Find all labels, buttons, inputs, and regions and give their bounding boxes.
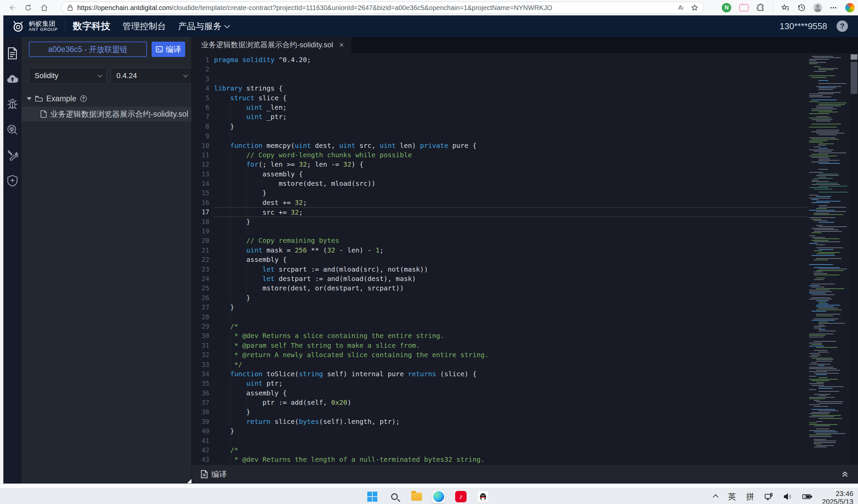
qq-app[interactable] (476, 490, 490, 503)
code-line[interactable]: 36 assembly { (192, 388, 808, 398)
start-button[interactable] (366, 490, 379, 503)
refresh-icon[interactable] (22, 2, 34, 14)
code-line[interactable]: 23 let srcpart := and(mload(src), not(ma… (192, 264, 808, 274)
code-line[interactable]: 42 /* (192, 445, 808, 455)
code-line[interactable]: 10 function memcpy(uint dest, uint src, … (192, 141, 808, 150)
code-line[interactable]: 4library strings { (192, 83, 808, 93)
copilot-icon[interactable] (845, 3, 855, 12)
code-line[interactable]: 24 let destpart := and(mload(dest), mask… (192, 274, 808, 283)
account-phone[interactable]: 130****9558 (779, 21, 827, 32)
back-icon[interactable] (6, 2, 18, 14)
tray-expand-icon[interactable] (713, 494, 718, 500)
code-line[interactable]: 41 (192, 436, 808, 445)
code-line[interactable]: 35 uint ptr; (192, 378, 808, 388)
address-bar[interactable]: https://openchain.antdigital.com/cloudid… (61, 2, 704, 14)
code-line[interactable]: 13 assembly { (192, 169, 808, 179)
cloud-upload-icon[interactable] (6, 72, 19, 85)
scrollbar-thumb-top[interactable] (851, 54, 857, 60)
code-line[interactable]: 17 src += 32; (192, 207, 808, 217)
version-select[interactable]: 0.4.24 (111, 68, 192, 84)
code-line[interactable]: 28 (192, 312, 808, 322)
code-line[interactable]: 43 * @dev Returns the length of a null-t… (192, 455, 808, 464)
code-line[interactable]: 33 */ (192, 360, 808, 369)
code-line[interactable]: 37 ptr := add(self, 0x20) (192, 398, 808, 407)
device-icon[interactable] (764, 492, 773, 501)
code-line[interactable]: 21 uint mask = 256 ** (32 - len) - 1; (192, 245, 808, 255)
extension-n-icon[interactable]: N (722, 3, 731, 12)
upload-icon[interactable] (79, 95, 88, 103)
ime-mode[interactable]: 拼 (746, 491, 754, 502)
expand-panel-icon[interactable] (841, 470, 849, 478)
code-line[interactable]: 40 } (192, 426, 808, 436)
profile-avatar[interactable] (813, 3, 822, 12)
code-line[interactable]: 26 } (192, 293, 808, 303)
code-line[interactable]: 30 * @dev Returns a slice containing the… (192, 331, 808, 340)
antgroup-logo[interactable]: 蚂蚁集团 ANT GROUP (11, 19, 58, 33)
collections-icon[interactable] (781, 4, 789, 12)
code-line[interactable]: 12 for(; len >= 32; len -= 32) { (192, 160, 808, 169)
code-line[interactable]: 20 // Copy remaining bytes (192, 236, 808, 245)
file-explorer[interactable] (410, 490, 423, 503)
browser-menu-dots[interactable]: ••• (830, 5, 837, 11)
history-icon[interactable] (797, 4, 805, 12)
project-selector[interactable]: a00e36c5 - 开放联盟链 (29, 42, 147, 57)
code-line[interactable]: 1pragma solidity ^0.4.20; (192, 55, 808, 64)
code-line[interactable]: 19 (192, 226, 808, 236)
code-line[interactable]: 25 mstore(dest, or(destpart, srcpart)) (192, 283, 808, 293)
code-line[interactable]: 5 struct slice { (192, 93, 808, 103)
tools-icon[interactable] (6, 149, 19, 162)
tree-folder-example[interactable]: Example (21, 93, 192, 104)
tab-contract-file[interactable]: 业务逻辑数据浏览器展示合约-solidity.sol × (192, 37, 351, 53)
code-line[interactable]: 9 (192, 131, 808, 141)
debug-bug-icon[interactable] (6, 98, 19, 111)
help-icon[interactable]: ? (837, 20, 848, 32)
extension-tv-icon[interactable] (739, 4, 749, 12)
minimap[interactable] (809, 53, 850, 465)
resize-handle[interactable] (187, 479, 192, 483)
bottom-compile-label[interactable]: 编译 (211, 469, 227, 479)
nav-item-services[interactable]: 产品与服务 (178, 20, 228, 32)
code-line[interactable]: 7 uint _ptr; (192, 112, 808, 121)
netease-music[interactable]: ♪ (454, 490, 467, 503)
code-line[interactable]: 34 function toSlice(string self) interna… (192, 369, 808, 378)
editor-scrollbar[interactable] (850, 53, 858, 465)
scrollbar-thumb[interactable] (851, 62, 857, 94)
security-shield-icon[interactable] (6, 174, 19, 187)
code-line[interactable]: 29 /* (192, 322, 808, 331)
taskbar-search[interactable] (388, 490, 401, 503)
battery-icon[interactable] (802, 493, 812, 500)
code-line[interactable]: 2 (192, 64, 808, 74)
nav-item-product[interactable]: 数字科技 (73, 20, 110, 33)
code-line[interactable]: 18 } (192, 217, 808, 226)
code-line[interactable]: 8 } (192, 122, 808, 131)
language-select[interactable]: Solidity (29, 68, 107, 84)
volume-icon[interactable] (783, 492, 792, 501)
windows-logo-icon (367, 492, 377, 502)
code-area[interactable]: 1pragma solidity ^0.4.20;234library stri… (192, 53, 858, 465)
compile-button[interactable]: 编译 (152, 42, 185, 57)
code-line[interactable]: 32 * @return A newly allocated slice con… (192, 350, 808, 359)
code-line[interactable]: 14 mstore(dest, mload(src)) (192, 179, 808, 188)
code-line[interactable]: 39 return slice(bytes(self).length, ptr)… (192, 417, 808, 426)
code-line[interactable]: 11 // Copy word-length chunks while poss… (192, 150, 808, 160)
edge-browser-active[interactable] (432, 490, 445, 503)
tree-file-contract[interactable]: 业务逻辑数据浏览器展示合约-solidity.sol (21, 107, 192, 121)
code-line[interactable]: 15 } (192, 188, 808, 197)
code-line[interactable]: 6 uint _len; (192, 103, 808, 112)
close-icon[interactable]: × (339, 40, 344, 50)
nav-item-console[interactable]: 管理控制台 (123, 20, 166, 32)
code-line[interactable]: 31 * @param self The string to make a sl… (192, 341, 808, 350)
code-line[interactable]: 38 } (192, 407, 808, 417)
home-icon[interactable] (38, 2, 50, 14)
code-line[interactable]: 22 assembly { (192, 255, 808, 264)
code-line[interactable]: 27 } (192, 303, 808, 312)
clock[interactable]: 23:46 2025/5/13 (822, 490, 853, 504)
files-icon[interactable] (6, 47, 19, 60)
extensions-puzzle-icon[interactable] (757, 4, 765, 12)
favorite-star-icon[interactable] (691, 4, 698, 12)
ime-language[interactable]: 英 (728, 491, 736, 502)
read-aloud-icon[interactable]: A) (678, 4, 684, 12)
code-line[interactable]: 16 dest += 32; (192, 198, 808, 207)
scan-audit-icon[interactable] (6, 124, 19, 136)
code-line[interactable]: 3 (192, 74, 808, 83)
